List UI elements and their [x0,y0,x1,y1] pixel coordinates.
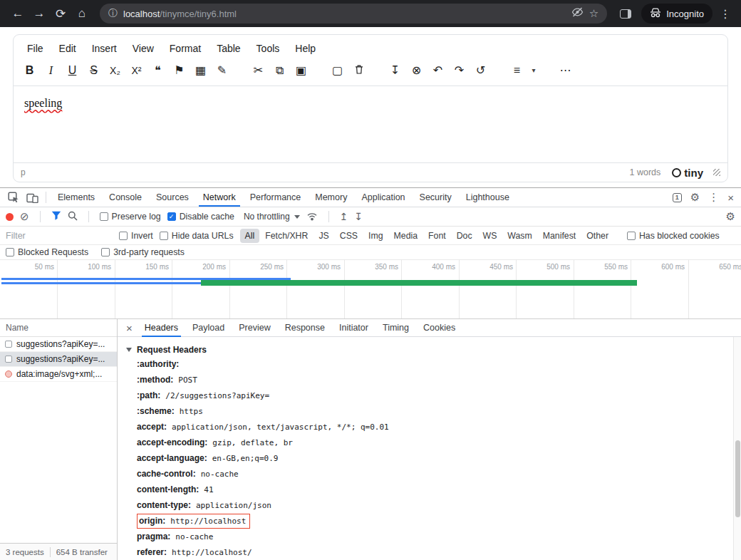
back-icon[interactable]: ← [7,6,28,21]
download-icon[interactable]: ↧ [386,62,404,79]
underline-icon[interactable]: U [63,62,81,79]
menu-table[interactable]: Table [209,40,248,57]
tab-elements[interactable]: Elements [51,188,102,207]
tiny-brand[interactable]: tiny [672,167,703,179]
home-icon[interactable]: ⌂ [71,6,93,21]
edit-pen-icon[interactable]: ✎ [213,62,231,79]
more-icon[interactable]: ⋯ [556,62,574,79]
third-party-requests-checkbox[interactable]: 3rd-party requests [101,247,185,257]
password-eye-slash-icon[interactable] [571,7,584,20]
network-settings-gear-icon[interactable]: ⚙ [726,210,735,223]
filter-type-other[interactable]: Other [581,229,613,243]
align-icon[interactable]: ≡ [508,62,526,79]
menu-insert[interactable]: Insert [84,40,125,57]
image-icon[interactable]: ▦ [192,62,209,79]
bookmark-star-icon[interactable]: ☆ [589,7,598,20]
throttling-dropdown[interactable]: No throttling [244,212,300,222]
forward-icon[interactable]: → [28,6,50,21]
checkbox-icon[interactable] [119,232,128,240]
undo-icon[interactable]: ↶ [429,62,447,79]
details-tab-preview[interactable]: Preview [232,319,277,337]
tab-sources[interactable]: Sources [149,188,196,207]
history-icon[interactable]: ↺ [472,62,489,79]
device-toolbar-icon[interactable] [23,192,41,203]
filter-funnel-icon[interactable] [51,211,61,222]
import-har-icon[interactable]: ↥ [340,211,348,222]
subscript-icon[interactable]: X₂ [106,62,124,79]
checkbox-icon[interactable] [100,212,108,221]
tab-application[interactable]: Application [354,188,412,207]
has-blocked-cookies-checkbox[interactable]: Has blocked cookies [627,231,720,241]
preserve-log-checkbox[interactable]: Preserve log [100,212,161,222]
side-panel-icon[interactable] [620,9,631,19]
settings-gear-icon[interactable]: ⚙ [690,191,700,204]
filter-type-all[interactable]: All [240,229,260,243]
details-tab-payload[interactable]: Payload [185,319,232,337]
console-messages-badge[interactable]: 1 [673,193,682,202]
disable-cache-checkbox[interactable]: Disable cache [167,212,234,222]
details-tab-cookies[interactable]: Cookies [416,319,462,337]
details-close-icon[interactable]: × [121,322,138,334]
tab-network[interactable]: Network [196,188,243,207]
refresh-icon[interactable]: ⟳ [50,6,71,21]
checkbox-icon[interactable] [6,248,14,256]
filter-type-js[interactable]: JS [314,229,333,243]
disclosure-triangle-icon[interactable] [126,348,132,352]
scrollbar-track[interactable] [733,337,741,560]
checkbox-icon[interactable] [101,248,110,256]
invert-checkbox[interactable]: Invert [119,231,153,241]
italic-icon[interactable]: I [42,62,60,79]
select-all-icon[interactable]: ▢ [328,62,346,79]
filter-type-doc[interactable]: Doc [452,229,477,243]
network-conditions-icon[interactable] [306,211,318,223]
filter-type-manifest[interactable]: Manifest [538,229,581,243]
tab-console[interactable]: Console [102,188,149,207]
paste-icon[interactable]: ▣ [292,62,310,79]
devtools-menu-icon[interactable]: ⋮ [708,191,719,204]
menu-edit[interactable]: Edit [51,40,84,57]
bold-icon[interactable]: B [21,62,38,79]
tab-memory[interactable]: Memory [308,188,354,207]
details-tab-timing[interactable]: Timing [375,319,416,337]
record-icon[interactable] [6,213,14,221]
browser-menu-icon[interactable]: ⋮ [717,7,734,21]
checkbox-icon[interactable] [627,232,636,240]
details-tab-initiator[interactable]: Initiator [332,319,375,337]
menu-tools[interactable]: Tools [249,40,288,57]
tab-security[interactable]: Security [413,188,459,207]
filter-type-css[interactable]: CSS [335,229,363,243]
inspect-element-icon[interactable] [4,192,23,203]
devtools-close-icon[interactable]: × [727,192,734,204]
filter-type-ws[interactable]: WS [478,229,502,243]
request-headers-title[interactable]: Request Headers [126,343,733,356]
menu-format[interactable]: Format [162,40,209,57]
menu-view[interactable]: View [125,40,162,57]
request-row-selected[interactable]: suggestions?apiKey=... [0,352,117,367]
network-overview-timeline[interactable]: 50 ms 100 ms 150 ms 200 ms 250 ms 300 ms… [0,260,741,319]
tab-performance[interactable]: Performance [243,188,309,207]
site-info-icon[interactable]: ⓘ [108,7,118,20]
clear-icon[interactable]: ⊘ [20,210,29,223]
strikethrough-icon[interactable]: S [85,62,103,79]
flag-icon[interactable]: ⚑ [170,62,188,79]
cancel-circle-icon[interactable]: ⊗ [408,62,425,79]
filter-input[interactable] [6,231,113,241]
cut-icon[interactable]: ✂ [249,62,267,79]
menu-help[interactable]: Help [287,40,323,57]
filter-type-media[interactable]: Media [389,229,423,243]
details-tab-response[interactable]: Response [278,319,332,337]
name-column-header[interactable]: Name [0,319,117,337]
blockquote-icon[interactable]: ❝ [149,62,167,79]
blocked-requests-checkbox[interactable]: Blocked Requests [6,247,88,257]
search-icon[interactable] [68,211,78,223]
scrollbar-thumb[interactable] [735,440,740,517]
editor-content-area[interactable]: speeling [14,85,727,162]
request-row[interactable]: suggestions?apiKey=... [0,337,117,352]
export-har-icon[interactable]: ↧ [354,211,363,222]
trash-icon[interactable] [350,62,368,79]
menu-file[interactable]: File [19,40,51,57]
misspelled-word[interactable]: speeling [24,97,62,109]
checkbox-icon[interactable] [160,232,168,240]
resize-handle-icon[interactable] [713,169,720,176]
superscript-icon[interactable]: X² [128,62,145,79]
